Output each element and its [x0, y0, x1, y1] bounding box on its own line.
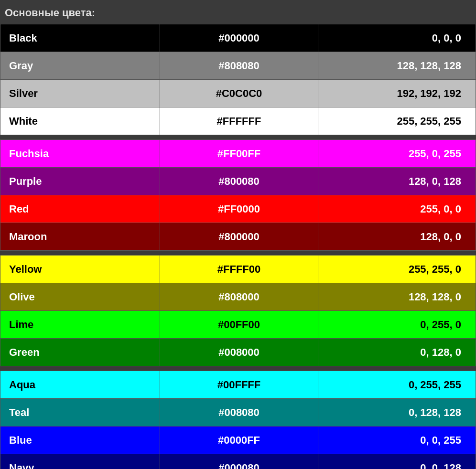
- color-rgb: 128, 128, 128: [318, 52, 476, 80]
- color-rgb: 255, 255, 255: [318, 107, 476, 135]
- color-name: Navy: [0, 454, 160, 469]
- table-row: Teal#0080800, 128, 128: [0, 399, 476, 426]
- color-rgb: 0, 255, 0: [318, 311, 476, 339]
- table-row: Green#0080000, 128, 0: [0, 339, 476, 366]
- color-hex: #808000: [160, 283, 318, 311]
- color-name: Maroon: [0, 223, 160, 251]
- color-hex: #FFFF00: [160, 256, 318, 283]
- table-row: Red#FF0000255, 0, 0: [0, 195, 476, 223]
- color-hex: #800000: [160, 223, 318, 251]
- color-rgb: 0, 0, 0: [318, 24, 476, 52]
- color-hex: #FF00FF: [160, 140, 318, 168]
- color-hex: #008000: [160, 339, 318, 366]
- color-rgb: 192, 192, 192: [318, 80, 476, 107]
- table-row: Olive#808000128, 128, 0: [0, 283, 476, 311]
- color-name: Blue: [0, 426, 160, 454]
- color-table: Black#0000000, 0, 0Gray#808080128, 128, …: [0, 24, 476, 469]
- color-name: Fuchsia: [0, 140, 160, 168]
- color-hex: #800080: [160, 168, 318, 195]
- table-row: Navy#0000800, 0, 128: [0, 454, 476, 469]
- color-hex: #000080: [160, 454, 318, 469]
- table-row: Maroon#800000128, 0, 0: [0, 223, 476, 251]
- color-hex: #C0C0C0: [160, 80, 318, 107]
- color-hex: #FF0000: [160, 195, 318, 223]
- table-row: Silver#C0C0C0192, 192, 192: [0, 80, 476, 107]
- color-rgb: 0, 128, 128: [318, 399, 476, 426]
- color-rgb: 255, 255, 0: [318, 256, 476, 283]
- color-name: Yellow: [0, 256, 160, 283]
- color-hex: #808080: [160, 52, 318, 80]
- color-rgb: 0, 128, 0: [318, 339, 476, 366]
- table-row: Gray#808080128, 128, 128: [0, 52, 476, 80]
- color-hex: #FFFFFF: [160, 107, 318, 135]
- color-hex: #000000: [160, 24, 318, 52]
- color-hex: #00FF00: [160, 311, 318, 339]
- color-name: Teal: [0, 399, 160, 426]
- table-row: Black#0000000, 0, 0: [0, 24, 476, 52]
- color-rgb: 128, 0, 0: [318, 223, 476, 251]
- color-rgb: 0, 255, 255: [318, 371, 476, 399]
- color-name: Aqua: [0, 371, 160, 399]
- table-row: Aqua#00FFFF0, 255, 255: [0, 371, 476, 399]
- table-row: Fuchsia#FF00FF255, 0, 255: [0, 140, 476, 168]
- color-name: Black: [0, 24, 160, 52]
- color-rgb: 128, 0, 128: [318, 168, 476, 195]
- color-name: Olive: [0, 283, 160, 311]
- color-name: Purple: [0, 168, 160, 195]
- color-rgb: 255, 0, 0: [318, 195, 476, 223]
- table-row: Lime#00FF000, 255, 0: [0, 311, 476, 339]
- color-rgb: 255, 0, 255: [318, 140, 476, 168]
- color-name: Gray: [0, 52, 160, 80]
- color-name: Lime: [0, 311, 160, 339]
- table-row: White#FFFFFF255, 255, 255: [0, 107, 476, 135]
- color-name: Red: [0, 195, 160, 223]
- color-name: Green: [0, 339, 160, 366]
- color-name: Silver: [0, 80, 160, 107]
- color-rgb: 0, 0, 255: [318, 426, 476, 454]
- color-name: White: [0, 107, 160, 135]
- table-row: Yellow#FFFF00255, 255, 0: [0, 256, 476, 283]
- color-hex: #0000FF: [160, 426, 318, 454]
- color-hex: #00FFFF: [160, 371, 318, 399]
- table-row: Blue#0000FF0, 0, 255: [0, 426, 476, 454]
- color-rgb: 0, 0, 128: [318, 454, 476, 469]
- page-title: Основные цвета:: [0, 0, 476, 24]
- table-row: Purple#800080128, 0, 128: [0, 168, 476, 195]
- color-rgb: 128, 128, 0: [318, 283, 476, 311]
- color-hex: #008080: [160, 399, 318, 426]
